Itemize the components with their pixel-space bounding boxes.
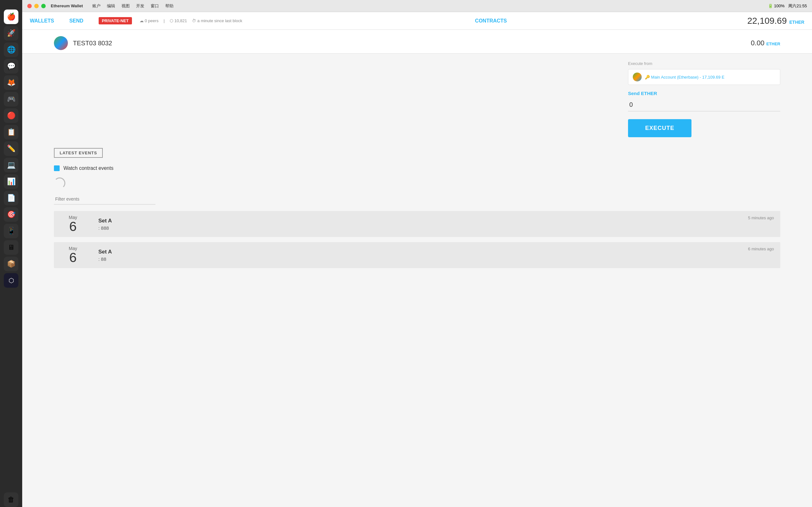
- menu-help[interactable]: 帮助: [165, 3, 173, 9]
- peers-count: ☁ 0 peers: [140, 18, 159, 23]
- main-area: Ethereum Wallet 账户 编辑 视图 开发 窗口 帮助 🔋 100%…: [22, 0, 812, 507]
- menu-view[interactable]: 视图: [121, 3, 130, 9]
- col-right: Execute from 🔑 Main Account (Etherbase) …: [628, 61, 780, 137]
- sidebar-icon-app5[interactable]: 📦: [4, 257, 18, 271]
- watch-checkbox[interactable]: [54, 165, 60, 171]
- sidebar-icon-edit[interactable]: ✏️: [4, 141, 18, 156]
- sidebar-icon-eth[interactable]: ⬡: [4, 273, 18, 288]
- contract-balance-amount: 0.00: [751, 39, 764, 47]
- contracts-nav[interactable]: CONTRACTS: [475, 18, 507, 24]
- latest-events-header: LATEST EVENTS: [54, 148, 103, 158]
- event-day-1: 6: [69, 251, 77, 264]
- header-balance: 22,109.69 ETHER: [747, 16, 804, 26]
- event-time-0: 5 minutes ago: [742, 211, 780, 237]
- event-name-0: Set A: [98, 218, 735, 224]
- contract-header: TEST03 8032 0.00 ETHER: [22, 30, 812, 54]
- header-balance-currency: ETHER: [790, 20, 804, 25]
- send-ether-label: Send ETHER: [628, 91, 780, 96]
- content-area: TEST03 8032 0.00 ETHER Execute from 🔑 Ma…: [22, 30, 812, 507]
- wallets-nav[interactable]: WALLETS: [30, 18, 54, 24]
- sidebar-icon-app1[interactable]: 🔴: [4, 108, 18, 123]
- event-time-1: 6 minutes ago: [742, 242, 780, 268]
- sidebar-icon-firefox[interactable]: 🦊: [4, 75, 18, 90]
- account-text: 🔑 Main Account (Etherbase) - 17,109.69 E: [645, 75, 724, 79]
- event-content-0: Set A : 888: [92, 211, 742, 237]
- send-nav[interactable]: SEND: [69, 18, 83, 24]
- account-icon: [633, 72, 642, 81]
- col-left: [54, 61, 615, 137]
- contract-balance: 0.00 ETHER: [751, 39, 780, 47]
- block-count: ⬡ 10,821: [170, 18, 187, 23]
- sidebar-icon-excel[interactable]: 📊: [4, 174, 18, 189]
- execute-button[interactable]: EXECUTE: [628, 119, 692, 137]
- sidebar-icon-app2[interactable]: 🎯: [4, 207, 18, 222]
- sidebar-icon-word[interactable]: 📄: [4, 191, 18, 205]
- watch-events-row: Watch contract events: [54, 165, 780, 171]
- maximize-button[interactable]: [41, 4, 46, 8]
- private-net-badge: PRIVATE-NET: [99, 17, 132, 24]
- sidebar-icon-app4[interactable]: 🖥: [4, 240, 18, 255]
- two-col-layout: Execute from 🔑 Main Account (Etherbase) …: [22, 54, 812, 145]
- sidebar-icon-launchpad[interactable]: 🚀: [4, 26, 18, 41]
- traffic-lights: [27, 4, 46, 8]
- minimize-button[interactable]: [34, 4, 39, 8]
- loading-spinner: [54, 177, 65, 189]
- event-value-0: : 888: [98, 225, 735, 231]
- app-header: WALLETS SEND PRIVATE-NET ☁ 0 peers | ⬡ 1…: [22, 12, 812, 30]
- event-content-1: Set A : 88: [92, 242, 742, 268]
- menu-accounts[interactable]: 账户: [92, 3, 101, 9]
- contract-name: TEST03 8032: [73, 40, 112, 47]
- event-value-1: : 88: [98, 257, 735, 262]
- sidebar-icon-safari[interactable]: 🌐: [4, 43, 18, 57]
- title-bar-right: 🔋 100% 周六21:55: [768, 3, 807, 9]
- event-name-1: Set A: [98, 249, 735, 255]
- ether-input[interactable]: [628, 99, 780, 112]
- filter-input[interactable]: [54, 194, 155, 205]
- event-date-0: May 6: [54, 211, 92, 237]
- header-balance-amount: 22,109.69: [747, 16, 787, 26]
- close-button[interactable]: [27, 4, 32, 8]
- mac-sidebar: 🍎 🚀 🌐 💬 🦊 🎮 🔴 📋 ✏️ 💻 📊 📄 🎯 📱 🖥 📦 ⬡ 🗑: [0, 0, 22, 507]
- menu-bar: 账户 编辑 视图 开发 窗口 帮助: [92, 3, 173, 9]
- sidebar-icon-app3[interactable]: 📱: [4, 224, 18, 238]
- menu-dev[interactable]: 开发: [136, 3, 144, 9]
- contract-icon: [54, 36, 68, 50]
- sidebar-icon-messages[interactable]: 💬: [4, 59, 18, 73]
- contract-balance-currency: ETHER: [766, 42, 780, 46]
- event-row-1: May 6 Set A : 88 6 minutes ago: [54, 242, 780, 268]
- latest-events-section: LATEST EVENTS Watch contract events May …: [22, 145, 812, 286]
- sidebar-icon-trash[interactable]: 🗑: [4, 493, 18, 507]
- sidebar-icon-game[interactable]: 🎮: [4, 92, 18, 107]
- sidebar-icon-terminal[interactable]: 💻: [4, 158, 18, 172]
- menu-edit[interactable]: 编辑: [107, 3, 115, 9]
- title-bar: Ethereum Wallet 账户 编辑 视图 开发 窗口 帮助 🔋 100%…: [22, 0, 812, 12]
- execute-from-label: Execute from: [628, 61, 780, 66]
- network-info: ☁ 0 peers | ⬡ 10,821 ⏱ a minute since la…: [140, 18, 242, 23]
- watch-label: Watch contract events: [63, 165, 113, 171]
- app-title: Ethereum Wallet: [51, 3, 83, 8]
- event-day-0: 6: [69, 220, 77, 233]
- event-row-0: May 6 Set A : 888 5 minutes ago: [54, 211, 780, 237]
- account-selector[interactable]: 🔑 Main Account (Etherbase) - 17,109.69 E: [628, 69, 780, 85]
- last-block: ⏱ a minute since last block: [192, 18, 242, 23]
- event-date-1: May 6: [54, 242, 92, 268]
- menu-window[interactable]: 窗口: [151, 3, 159, 9]
- sidebar-icon-notes[interactable]: 📋: [4, 125, 18, 139]
- sidebar-icon-finder[interactable]: 🍎: [4, 9, 18, 24]
